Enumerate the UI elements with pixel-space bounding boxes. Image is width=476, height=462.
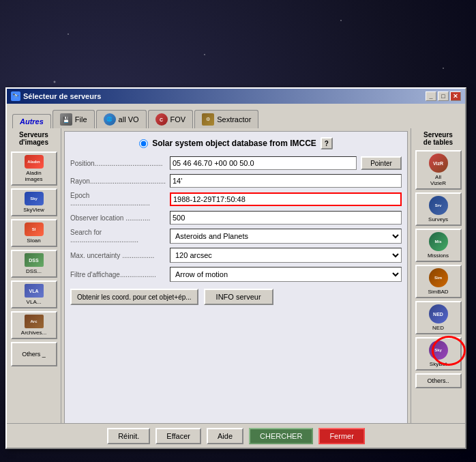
window-icon: 🔭 [11, 91, 20, 101]
window-title: Sélecteur de serveurs [23, 92, 101, 100]
minimize-button[interactable]: _ [426, 91, 436, 101]
sidebar-item-others-left[interactable]: Others _ [11, 342, 57, 366]
simbad-logo: Sim [429, 268, 448, 287]
position-label: Position................................… [70, 160, 166, 167]
disk-icon: 💾 [60, 113, 72, 126]
surveys-label: Surveys [428, 216, 448, 222]
tab-autres[interactable]: Autres [12, 114, 51, 128]
skyview-label: SkyView [23, 207, 44, 213]
position-input[interactable] [170, 156, 357, 170]
surveys-logo: Srv [429, 196, 448, 215]
archives-label: Archives... [21, 330, 46, 336]
tab-sextractor-label: Sextractor [217, 115, 251, 124]
epoch-label: Epoch ..................................… [70, 192, 166, 207]
vizier-logo: VizR [429, 154, 448, 173]
bottom-buttons: Obtenir les coord. pour cet objet+ép... … [70, 289, 402, 305]
footer-bar: Réinit. Effacer Aide CHERCHER Fermer [7, 423, 465, 448]
vo-icon: 🌐 [104, 113, 116, 126]
sidebar-item-dss[interactable]: DSS DSS... [11, 250, 57, 278]
missions-label: Missions [428, 252, 449, 259]
simbad-label: SimBAD [428, 289, 448, 295]
skybot-label: SkyBot [430, 361, 447, 367]
coord-button[interactable]: Obtenir les coord. pour cet objet+ép... [70, 289, 198, 305]
sidebar-item-archives[interactable]: Arc Archives... [11, 311, 57, 339]
sidebar-item-simbad[interactable]: Sim SimBAD [415, 265, 462, 298]
sext-icon: ⚙ [202, 113, 214, 126]
position-row: Position................................… [70, 156, 402, 170]
panel-title: Solar system object database from IMCCE [152, 139, 316, 148]
reinit-button[interactable]: Réinit. [107, 428, 150, 444]
db-radio[interactable] [139, 139, 148, 148]
sidebar-item-surveys[interactable]: Srv Surveys [415, 192, 462, 226]
sidebar-item-missions[interactable]: Mis Missions [415, 229, 462, 262]
observer-row: Observer location ............. [70, 211, 402, 225]
epoch-input[interactable] [170, 192, 402, 206]
left-panel-label: Serveurs d'images [19, 131, 48, 146]
aide-button[interactable]: Aide [207, 428, 243, 444]
archives-logo: Arc [25, 315, 44, 328]
title-bar: 🔭 Sélecteur de serveurs _ □ ✕ [7, 89, 465, 104]
vla-label: VLA... [27, 299, 42, 305]
aladin-label: Aladinimages [25, 170, 43, 182]
others-right-label: Others.. [427, 377, 449, 384]
rayon-input[interactable] [170, 174, 402, 188]
tab-fov[interactable]: C FOV [148, 110, 194, 128]
skybot-logo: Sky [429, 341, 448, 360]
missions-logo: Mis [429, 232, 448, 251]
title-buttons: _ □ ✕ [426, 91, 461, 101]
sidebar-item-others-right[interactable]: Others.. [415, 373, 462, 388]
vizier-label: AllVizieR [430, 174, 446, 186]
panel-header: Solar system object database from IMCCE … [70, 137, 402, 149]
maximize-button[interactable]: □ [438, 91, 449, 101]
sloan-label: Sloan [27, 237, 40, 244]
epoch-row: Epoch ..................................… [70, 192, 402, 207]
rayon-label: Rayon...................................… [70, 177, 166, 185]
main-panel: Solar system object database from IMCCE … [64, 131, 408, 445]
right-panel-label: Serveurs de tables [423, 131, 453, 146]
sidebar-item-skyview[interactable]: Sky SkyView [11, 188, 57, 216]
tab-file-label: File [75, 115, 87, 124]
search-row: Search for .............................… [70, 229, 402, 244]
effacer-button[interactable]: Effacer [155, 428, 201, 444]
search-label: Search for .............................… [70, 229, 166, 244]
max-unc-row: Max. uncertainty ................. 120 a… [70, 248, 402, 263]
sidebar-item-sloan[interactable]: Sl Sloan [11, 219, 57, 247]
left-panel: Serveurs d'images Aladın Aladinimages Sk… [7, 128, 61, 448]
tab-allvo[interactable]: 🌐 all VO [96, 110, 147, 128]
ned-logo: NED [429, 304, 448, 323]
vla-logo: VLA [25, 284, 44, 298]
tab-fov-label: FOV [170, 115, 186, 124]
sidebar-item-vizier[interactable]: VizR AllVizieR [415, 150, 462, 190]
tab-file[interactable]: 💾 File [53, 110, 95, 128]
chercher-button[interactable]: CHERCHER [249, 428, 313, 444]
title-bar-left: 🔭 Sélecteur de serveurs [11, 91, 101, 101]
fov-icon: C [155, 113, 168, 126]
observer-label: Observer location ............. [70, 214, 166, 222]
sidebar-item-ned[interactable]: NED NED [415, 301, 462, 334]
search-select[interactable]: Asteroids and Planets Asteroids Planets … [170, 229, 402, 244]
aladin-logo: Aladın [25, 155, 44, 169]
rayon-row: Rayon...................................… [70, 174, 402, 188]
tab-allvo-label: all VO [119, 115, 139, 124]
radio-group [139, 139, 148, 148]
help-button[interactable]: ? [321, 137, 333, 149]
filtre-select[interactable]: Arrow of motion None Label Circle [170, 267, 402, 282]
pointer-button[interactable]: Pointer [361, 156, 402, 170]
main-window: 🔭 Sélecteur de serveurs _ □ ✕ Autres 💾 F… [5, 87, 466, 449]
filtre-row: Filtre d'affichage................... Ar… [70, 267, 402, 282]
tab-bar: Autres 💾 File 🌐 all VO C FOV ⚙ Sextracto… [7, 104, 465, 128]
sidebar-item-vla[interactable]: VLA VLA... [11, 280, 57, 308]
tab-sextractor[interactable]: ⚙ Sextractor [194, 110, 258, 128]
skyview-logo: Sky [25, 192, 44, 205]
sidebar-item-aladin[interactable]: Aladın Aladinimages [11, 151, 57, 186]
observer-input[interactable] [170, 211, 402, 225]
filtre-label: Filtre d'affichage................... [70, 271, 166, 278]
close-button[interactable]: ✕ [450, 91, 461, 101]
content-area: Serveurs d'images Aladın Aladinimages Sk… [7, 128, 465, 448]
tab-autres-label: Autres [20, 117, 44, 126]
max-unc-select[interactable]: 120 arcsec 60 arcsec 30 arcsec 10 arcsec [170, 248, 402, 263]
info-button[interactable]: INFO serveur [204, 289, 273, 305]
fermer-button[interactable]: Fermer [318, 428, 364, 444]
dss-logo: DSS [25, 253, 44, 267]
sidebar-item-skybot[interactable]: Sky SkyBot [415, 337, 462, 371]
